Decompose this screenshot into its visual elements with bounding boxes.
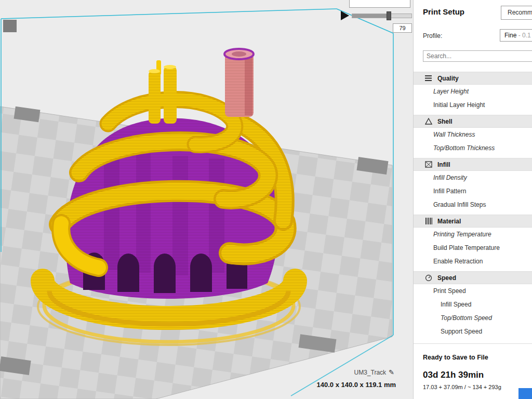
infill-icon [425, 161, 432, 168]
setting-top-bottom-thickness[interactable]: Top/Bottom Thickness [414, 141, 532, 155]
category-label: Quality [437, 75, 459, 82]
category-label: Speed [437, 274, 456, 282]
layer-number-field[interactable]: 79 [393, 23, 412, 33]
edit-pencil-icon[interactable]: ✎ [389, 368, 394, 376]
category-items-infill: Infill DensityInfill PatternGradual Infi… [414, 171, 532, 211]
layer-play-button[interactable] [339, 10, 350, 21]
material-estimate: 17.03 + 37.09m / ~ 134 + 293g [423, 384, 501, 390]
material-icon [425, 218, 432, 224]
prime-tower [224, 49, 254, 117]
setting-top-bottom-speed[interactable]: Top/Bottom Speed [414, 311, 532, 325]
setting-enable-retraction[interactable]: Enable Retraction [414, 255, 532, 268]
play-icon [339, 10, 350, 21]
category-items-speed: Print SpeedInfill SpeedTop/Bottom SpeedS… [414, 284, 532, 338]
profile-label: Profile: [423, 32, 442, 39]
settings-search-input[interactable] [423, 50, 532, 62]
category-items-quality: Layer HeightInitial Layer Height [414, 85, 532, 112]
setting-build-plate-temperature[interactable]: Build Plate Temperature [414, 241, 532, 255]
profile-suffix: - 0.1 [518, 32, 531, 39]
shell-icon [425, 118, 432, 125]
category-quality[interactable]: Quality [414, 72, 532, 85]
quality-icon [425, 75, 432, 82]
viewport-3d[interactable]: 79 UM3_Track ✎ 140.0 x 140.0 x 119.1 mm [0, 0, 413, 399]
save-to-file-button[interactable] [518, 388, 532, 399]
print-setup-panel: Print Setup Recomm Profile: Fine - 0.1 Q… [413, 0, 532, 399]
model-dimensions: 140.0 x 140.0 x 119.1 mm [316, 381, 396, 389]
output-status: Ready to Save to File [423, 354, 488, 361]
job-name-label: UM3_Track [354, 369, 387, 376]
profile-value: Fine [504, 32, 516, 39]
setting-layer-height[interactable]: Layer Height [414, 85, 532, 98]
setting-initial-layer-height[interactable]: Initial Layer Height [414, 98, 532, 112]
layer-slider-track[interactable] [352, 14, 412, 18]
plate-corner-marker [3, 20, 17, 32]
layer-slider-handle[interactable] [387, 11, 391, 20]
setting-print-speed[interactable]: Print Speed [414, 284, 532, 298]
recommended-mode-button[interactable]: Recomm [501, 6, 532, 20]
category-label: Infill [437, 161, 450, 168]
category-shell[interactable]: Shell [414, 115, 532, 128]
settings-list: QualityLayer HeightInitial Layer HeightS… [414, 72, 532, 341]
category-speed[interactable]: Speed [414, 271, 532, 284]
print-setup-title: Print Setup [423, 7, 464, 16]
profile-dropdown[interactable]: Fine - 0.1 [500, 29, 532, 42]
panel-divider [414, 343, 532, 344]
setting-wall-thickness[interactable]: Wall Thickness [414, 128, 532, 141]
setting-infill-density[interactable]: Infill Density [414, 171, 532, 184]
category-material[interactable]: Material [414, 215, 532, 228]
setting-infill-speed[interactable]: Infill Speed [414, 298, 532, 311]
setting-printing-temperature[interactable]: Printing Temperature [414, 228, 532, 241]
job-name[interactable]: UM3_Track ✎ [354, 368, 394, 376]
category-label: Material [437, 218, 461, 225]
category-infill[interactable]: Infill [414, 158, 532, 171]
setting-infill-pattern[interactable]: Infill Pattern [414, 184, 532, 198]
layer-slider-groove[interactable] [349, 0, 410, 8]
print-time-estimate: 03d 21h 39min [423, 370, 484, 380]
layer-slider-fill [352, 14, 387, 18]
category-label: Shell [437, 118, 453, 125]
category-items-material: Printing TemperatureBuild Plate Temperat… [414, 228, 532, 268]
setting-gradual-infill-steps[interactable]: Gradual Infill Steps [414, 198, 532, 211]
speed-icon [425, 274, 432, 281]
category-items-shell: Wall ThicknessTop/Bottom Thickness [414, 128, 532, 155]
setting-support-speed[interactable]: Support Speed [414, 325, 532, 338]
